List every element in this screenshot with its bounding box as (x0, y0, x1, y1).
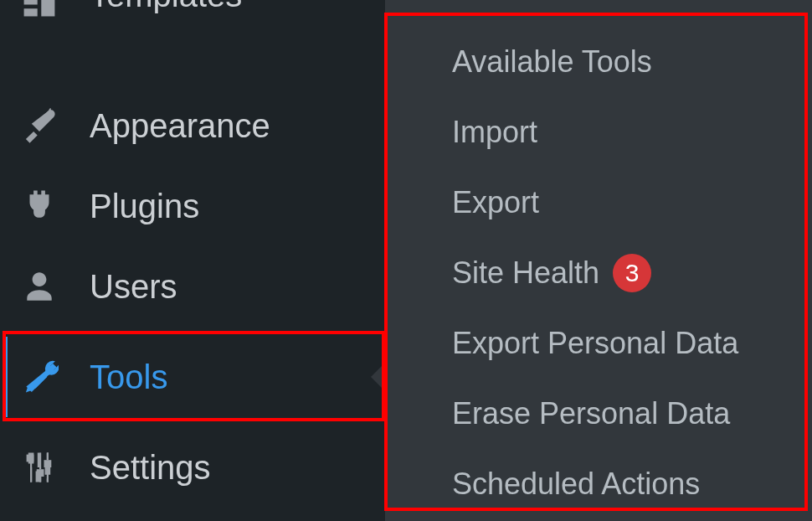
submenu-item-label: Export (452, 185, 539, 220)
tools-icon (18, 356, 60, 398)
submenu-item-label: Export Personal Data (452, 326, 738, 361)
plugins-icon (18, 185, 60, 227)
submenu-item-erase-personal-data[interactable]: Erase Personal Data (385, 379, 812, 449)
sidebar-item-label: Templates (90, 0, 242, 14)
submenu-item-label: Import (452, 115, 537, 150)
submenu-item-site-health[interactable]: Site Health 3 (385, 238, 812, 308)
tools-submenu: Available Tools Import Export Site Healt… (385, 0, 812, 521)
sidebar-item-label: Settings (90, 449, 211, 487)
settings-icon (18, 446, 60, 488)
submenu-item-label: Available Tools (452, 44, 652, 80)
sidebar-item-users[interactable]: Users (0, 246, 385, 327)
appearance-icon (18, 105, 60, 147)
svg-rect-3 (37, 469, 44, 477)
notification-badge: 3 (613, 254, 651, 292)
svg-rect-7 (47, 467, 49, 482)
submenu-item-export-personal-data[interactable]: Export Personal Data (385, 308, 812, 379)
admin-sidebar: Templates Appearance Plugins Users (0, 0, 385, 521)
sidebar-item-label: Appearance (90, 107, 270, 145)
submenu-item-label: Scheduled Actions (452, 467, 700, 502)
svg-rect-0 (27, 455, 34, 462)
svg-rect-4 (39, 477, 41, 482)
sidebar-item-appearance[interactable]: Appearance (0, 85, 385, 166)
submenu-item-import[interactable]: Import (385, 97, 812, 168)
sidebar-item-label: Plugins (90, 188, 199, 225)
sidebar-item-plugins[interactable]: Plugins (0, 166, 385, 246)
submenu-item-label: Site Health (452, 255, 599, 291)
svg-rect-1 (30, 462, 32, 482)
sidebar-item-settings[interactable]: Settings (0, 427, 385, 508)
submenu-item-label: Erase Personal Data (452, 396, 730, 431)
sidebar-item-tools[interactable]: Tools (0, 337, 385, 417)
sidebar-item-label: Tools (90, 359, 167, 396)
sidebar-item-templates[interactable]: Templates (0, 0, 385, 35)
active-indicator (3, 337, 8, 417)
svg-rect-5 (47, 452, 49, 460)
submenu-item-available-tools[interactable]: Available Tools (385, 27, 812, 97)
templates-icon (18, 0, 60, 22)
svg-rect-2 (39, 452, 41, 469)
submenu-item-scheduled-actions[interactable]: Scheduled Actions (385, 449, 812, 519)
svg-rect-6 (44, 460, 52, 467)
submenu-item-export[interactable]: Export (385, 168, 812, 238)
users-icon (18, 266, 60, 307)
sidebar-item-label: Users (90, 268, 177, 306)
